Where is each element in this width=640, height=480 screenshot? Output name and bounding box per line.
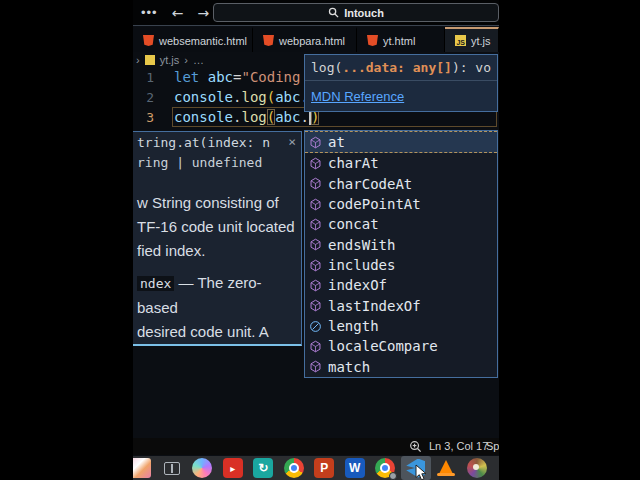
powerpoint-icon: P xyxy=(314,458,334,478)
token-identifier: console xyxy=(174,109,233,125)
menu-ellipsis-icon[interactable]: ••• xyxy=(141,5,158,20)
docs-description-line: w String consisting of xyxy=(137,191,301,215)
photo-thumbnail-icon xyxy=(133,458,151,478)
suggest-item-endsWith[interactable]: endsWith xyxy=(305,235,497,255)
active-parameter: ...data: any[] xyxy=(342,60,452,75)
param-name-code: ndex xyxy=(137,276,174,291)
taskbar-item-powerpoint[interactable]: P xyxy=(309,456,340,480)
token-operator: = xyxy=(233,69,241,85)
red-media-app-icon: ▸ xyxy=(223,458,243,478)
windows-taskbar: ▸ ↻ P W xyxy=(133,456,499,480)
editor-tabs: websemantic.html webpara.html yt.html JS… xyxy=(133,27,499,52)
breadcrumb-ellipsis[interactable]: … xyxy=(193,54,204,66)
docs-signature: tring.at(index: n xyxy=(137,135,270,150)
tab-label: webpara.html xyxy=(279,35,345,47)
back-arrow-icon[interactable]: ← xyxy=(172,5,184,21)
suggest-item-at[interactable]: at xyxy=(305,131,497,153)
taskbar-item-red-media-app[interactable]: ▸ xyxy=(218,456,249,480)
html-file-icon xyxy=(263,35,274,46)
method-icon xyxy=(309,259,322,272)
vscode-window: ••• ← → Intouch websemantic.html webpara… xyxy=(133,0,499,480)
suggest-docs-panel: tring.at(index: n × ring | undefined w S… xyxy=(133,131,302,346)
chrome-icon xyxy=(284,458,304,478)
token-bracket-open: ( xyxy=(267,109,275,125)
title-bar: ••• ← → Intouch xyxy=(133,0,499,26)
teal-share-app-icon: ↻ xyxy=(253,458,273,478)
mdn-reference-row: MDN Reference xyxy=(305,81,497,111)
token-identifier: console xyxy=(174,89,233,105)
method-icon xyxy=(309,238,322,251)
taskbar-item-word[interactable]: W xyxy=(340,456,371,480)
method-icon xyxy=(309,136,322,149)
taskbar-item-chrome[interactable] xyxy=(279,456,310,480)
breadcrumb-file[interactable]: yt.js xyxy=(160,54,180,66)
token-string: "Coding xyxy=(241,69,300,85)
signature-help-tooltip: log(...data: any[]): vo MDN Reference xyxy=(304,54,498,112)
task-view-icon xyxy=(164,462,180,475)
word-icon: W xyxy=(345,458,365,478)
method-icon xyxy=(309,198,322,211)
tab-websemantic-html[interactable]: websemantic.html xyxy=(133,27,253,52)
search-text: Intouch xyxy=(344,7,384,19)
status-bar: Ln 3, Col 17 Sp xyxy=(133,438,499,455)
taskbar-item-chrome-alt[interactable] xyxy=(370,456,401,480)
tab-label: yt.html xyxy=(383,35,415,47)
token-function: log xyxy=(241,109,266,125)
html-file-icon xyxy=(367,35,378,46)
copilot-icon xyxy=(192,458,212,478)
tab-webpara-html[interactable]: webpara.html xyxy=(253,27,357,52)
token-function: log xyxy=(241,89,266,105)
breadcrumb-chevron-icon: › xyxy=(136,54,140,66)
method-icon xyxy=(309,218,322,231)
token-keyword: let xyxy=(174,69,199,85)
signature-text: log(...data: any[]): vo xyxy=(305,55,497,81)
zoom-indicator-icon[interactable] xyxy=(409,440,422,453)
line-number: 2 xyxy=(133,90,174,105)
line-number: 1 xyxy=(133,70,174,85)
method-icon xyxy=(309,157,322,170)
token-bracket: ( xyxy=(267,89,275,105)
taskbar-item-teal-share-app[interactable]: ↻ xyxy=(248,456,279,480)
tab-label: websemantic.html xyxy=(159,35,247,47)
forward-arrow-icon[interactable]: → xyxy=(197,5,209,21)
suggest-item-match[interactable]: match xyxy=(305,357,497,377)
chrome-alt-icon xyxy=(375,458,395,478)
intellisense-suggest-list: at charAt charCodeAt codePointAt concat … xyxy=(304,130,498,378)
suggest-item-charCodeAt[interactable]: charCodeAt xyxy=(305,174,497,194)
suggest-item-indexOf[interactable]: indexOf xyxy=(305,275,497,295)
breadcrumb-chevron-icon: › xyxy=(184,54,188,66)
suggest-item-localeCompare[interactable]: localeCompare xyxy=(305,336,497,356)
method-icon xyxy=(309,299,322,312)
taskbar-item-colorful-app[interactable] xyxy=(462,456,493,480)
suggest-item-concat[interactable]: concat xyxy=(305,214,497,234)
video-frame: ••• ← → Intouch websemantic.html webpara… xyxy=(0,0,640,480)
docs-param-line: ndex — The zero-based xyxy=(137,271,301,320)
vlc-icon xyxy=(438,460,454,476)
suggest-item-lastIndexOf[interactable]: lastIndexOf xyxy=(305,296,497,316)
command-center-search[interactable]: Intouch xyxy=(213,3,499,22)
taskbar-item-copilot[interactable] xyxy=(187,456,218,480)
taskbar-item-vlc[interactable] xyxy=(431,456,462,480)
close-icon[interactable]: × xyxy=(288,135,296,148)
docs-param-line: dex will count back from xyxy=(137,344,301,346)
tab-yt-js[interactable]: JS yt.js xyxy=(445,27,499,52)
taskbar-item-visual-studio-active[interactable] xyxy=(401,456,432,480)
method-icon xyxy=(309,360,322,373)
mdn-reference-link[interactable]: MDN Reference xyxy=(311,89,404,104)
suggest-item-charAt[interactable]: charAt xyxy=(305,153,497,173)
tab-yt-html[interactable]: yt.html xyxy=(357,27,445,52)
suggest-item-includes[interactable]: includes xyxy=(305,255,497,275)
docs-param-line: desired code unit. A xyxy=(137,320,301,344)
js-file-icon xyxy=(145,55,155,65)
taskbar-item-task-view[interactable] xyxy=(157,456,188,480)
mouse-cursor-icon xyxy=(415,464,428,480)
taskbar-item-photo[interactable] xyxy=(133,456,157,480)
method-icon xyxy=(309,177,322,190)
spaces-status[interactable]: Sp xyxy=(486,440,499,452)
suggest-item-codePointAt[interactable]: codePointAt xyxy=(305,194,497,214)
method-icon xyxy=(309,279,322,292)
method-icon xyxy=(309,340,322,353)
search-icon xyxy=(328,7,339,18)
cursor-position-status[interactable]: Ln 3, Col 17 xyxy=(429,440,488,452)
suggest-item-length[interactable]: length xyxy=(305,316,497,336)
